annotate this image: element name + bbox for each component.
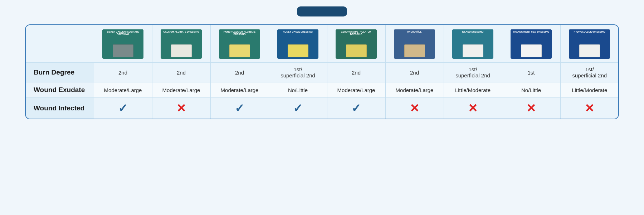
product-label-p6: Hydrotüll (394, 29, 435, 33)
product-image-p6: Hydrotüll (385, 25, 444, 63)
product-label-p8: TRANSPARENT FILM DRESSING (511, 29, 552, 33)
product-swatch-p4 (288, 44, 308, 57)
wound-exudate-value-p3: Moderate/Large (210, 82, 269, 98)
wound-infected-value-p2: ✕ (152, 98, 210, 119)
wound-infected-value-p6: ✕ (385, 98, 444, 119)
product-swatch-p2 (171, 44, 192, 57)
product-image-p9: HYDROCOLLOID DRESSING (560, 25, 619, 63)
product-box-p2: CALCIUM ALGINATE DRESSING (161, 29, 202, 59)
wound-infected-value-p7: ✕ (444, 98, 502, 119)
burn-degree-value-p8: 1st (502, 63, 560, 82)
burn-degree-value-p4: 1st/superficial 2nd (269, 63, 327, 82)
cross-icon: ✕ (526, 102, 536, 115)
wound-infected-row: Wound Infected✓✕✓✓✓✕✕✕✕ (26, 98, 619, 119)
product-box-p8: TRANSPARENT FILM DRESSING (511, 29, 552, 59)
wound-infected-value-p3: ✓ (210, 98, 269, 119)
product-swatch-p1 (113, 44, 133, 57)
product-label-p4: HONEY GAUZE DRESSING (277, 29, 318, 33)
product-swatch-p9 (579, 44, 600, 57)
wound-exudate-row: Wound ExudateModerate/LargeModerate/Larg… (26, 82, 619, 98)
burn-degree-value-p6: 2nd (385, 63, 444, 82)
product-box-p5: XEROFORM PETROLATUM DRESSING (336, 29, 377, 59)
product-box-p9: HYDROCOLLOID DRESSING (569, 29, 610, 59)
wound-infected-value-p5: ✓ (327, 98, 385, 119)
product-label-p1: SILVER CALCIUM ALGINATE DRESSING (102, 29, 143, 36)
wound-exudate-label: Wound Exudate (26, 82, 94, 98)
product-swatch-p6 (404, 44, 425, 57)
product-box-p6: Hydrotüll (394, 29, 435, 59)
product-label-p7: ISLAND DRESSING (452, 29, 493, 33)
wound-exudate-value-p8: No/Little (502, 82, 560, 98)
product-box-p7: ISLAND DRESSING (452, 29, 493, 59)
product-image-p8: TRANSPARENT FILM DRESSING (502, 25, 560, 63)
product-image-p7: ISLAND DRESSING (444, 25, 502, 63)
cross-icon: ✕ (410, 102, 419, 115)
product-box-p3: HONEY CALCIUM ALGINATE DRESSING (219, 29, 260, 59)
product-image-p2: CALCIUM ALGINATE DRESSING (152, 25, 210, 63)
check-icon: ✓ (293, 102, 303, 115)
wound-exudate-value-p1: Moderate/Large (94, 82, 152, 98)
burn-degree-row: Burn Degree2nd2nd2nd1st/superficial 2nd2… (26, 63, 619, 82)
burn-degree-value-p2: 2nd (152, 63, 210, 82)
burn-degree-value-p3: 2nd (210, 63, 269, 82)
wound-infected-value-p4: ✓ (269, 98, 327, 119)
wound-exudate-value-p6: Moderate/Large (385, 82, 444, 98)
burn-degree-label: Burn Degree (26, 63, 94, 82)
product-swatch-p5 (346, 44, 367, 57)
comparison-table-container: SILVER CALCIUM ALGINATE DRESSING CALCIUM… (25, 24, 619, 119)
wound-infected-value-p9: ✕ (560, 98, 619, 119)
comparison-table: SILVER CALCIUM ALGINATE DRESSING CALCIUM… (26, 25, 619, 119)
product-box-p4: HONEY GAUZE DRESSING (277, 29, 318, 59)
wound-exudate-value-p7: Little/Moderate (444, 82, 502, 98)
product-image-p4: HONEY GAUZE DRESSING (269, 25, 327, 63)
wound-exudate-value-p5: Moderate/Large (327, 82, 385, 98)
product-image-row: SILVER CALCIUM ALGINATE DRESSING CALCIUM… (26, 25, 619, 63)
title-badge (297, 6, 347, 16)
product-box-p1: SILVER CALCIUM ALGINATE DRESSING (102, 29, 143, 59)
burn-degree-value-p5: 2nd (327, 63, 385, 82)
cross-icon: ✕ (176, 102, 186, 115)
product-image-p3: HONEY CALCIUM ALGINATE DRESSING (210, 25, 269, 63)
check-icon: ✓ (118, 102, 128, 115)
wound-infected-label: Wound Infected (26, 98, 94, 119)
product-image-p1: SILVER CALCIUM ALGINATE DRESSING (94, 25, 152, 63)
product-label-p9: HYDROCOLLOID DRESSING (569, 29, 610, 33)
wound-exudate-value-p2: Moderate/Large (152, 82, 210, 98)
burn-degree-value-p9: 1st/superficial 2nd (560, 63, 619, 82)
product-label-p3: HONEY CALCIUM ALGINATE DRESSING (219, 29, 260, 36)
product-swatch-p3 (229, 44, 250, 57)
product-swatch-p7 (463, 44, 483, 57)
check-icon: ✓ (235, 102, 244, 115)
product-label-p5: XEROFORM PETROLATUM DRESSING (336, 29, 377, 36)
product-label-p2: CALCIUM ALGINATE DRESSING (161, 29, 202, 33)
wound-infected-value-p8: ✕ (502, 98, 560, 119)
wound-exudate-value-p4: No/Little (269, 82, 327, 98)
burn-degree-value-p7: 1st/superficial 2nd (444, 63, 502, 82)
wound-infected-value-p1: ✓ (94, 98, 152, 119)
product-swatch-p8 (521, 44, 542, 57)
wound-exudate-value-p9: Little/Moderate (560, 82, 619, 98)
cross-icon: ✕ (585, 102, 594, 115)
burn-degree-value-p1: 2nd (94, 63, 152, 82)
product-image-p5: XEROFORM PETROLATUM DRESSING (327, 25, 385, 63)
check-icon: ✓ (351, 102, 361, 115)
cross-icon: ✕ (468, 102, 478, 115)
